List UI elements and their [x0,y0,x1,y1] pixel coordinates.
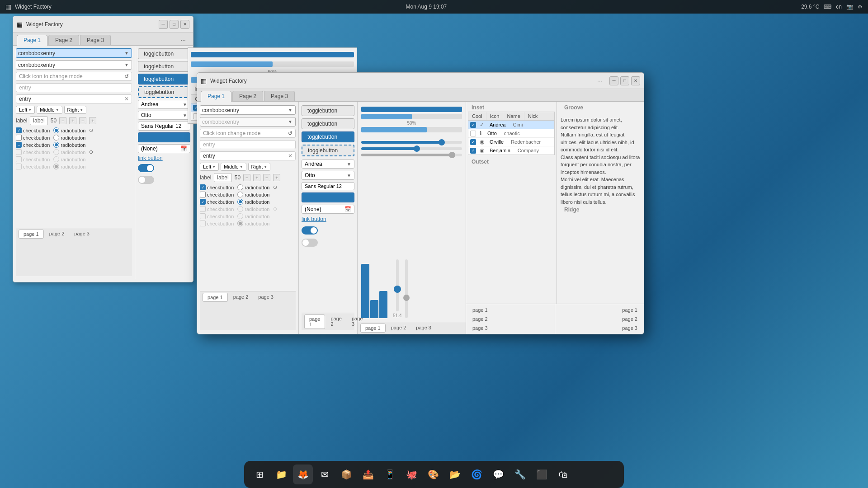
main-spin-plus2[interactable]: + [89,117,96,124]
taskbar-phone-icon[interactable]: 📱 [380,465,400,484]
main-spin-minus[interactable]: − [59,117,66,124]
dialog-toggle-off[interactable] [302,239,318,247]
dialog-spin-plus[interactable]: + [253,174,260,181]
taskbar-mail-icon[interactable]: ✉ [315,465,335,484]
main-align-right[interactable]: Right ▼ [64,106,87,114]
taskbar-grid-icon[interactable]: ⊞ [250,465,269,484]
dialog-radio6[interactable]: radiobutton [237,221,269,226]
main-entry-clear-icon[interactable]: ✕ [124,96,129,102]
main-radio1[interactable]: radiobutton [53,127,85,133]
dialog-tab-page1[interactable]: Page 1 [201,91,231,102]
dialog-center-tab-page3[interactable]: page 3 [468,324,553,332]
main-color-button[interactable] [138,132,190,142]
dialog-toggle-btn2[interactable]: togglebutton [302,118,354,129]
dialog-spin-plus2[interactable]: + [273,174,280,181]
dialog-center-tab-page2[interactable]: page 2 [468,315,553,323]
dialog-slider3[interactable] [361,154,462,156]
main-refresh-icon[interactable]: ↺ [124,73,129,80]
main-page-tab1[interactable]: page 1 [19,230,44,239]
dialog-align-left[interactable]: Left ▼ [200,163,219,171]
dialog-right-tab-page3[interactable]: page 3 [618,324,642,332]
main-entry2[interactable]: entry ✕ [16,94,132,103]
dialog-sliders-tab2[interactable]: page 2 [387,324,411,333]
dialog-check1[interactable]: ✓ checkbutton [200,184,234,190]
dialog-slider1[interactable] [361,141,462,144]
dialog-check4[interactable]: checkbutton [200,206,234,212]
main-toggle-btn3[interactable]: togglebutton [138,74,190,84]
main-toggle-off[interactable] [138,176,154,184]
dialog-check6[interactable]: checkbutton [200,221,234,226]
main-font-row[interactable]: Sans Regular 12 [138,122,190,131]
main-check1[interactable]: ✓ checkbutton [16,127,50,133]
dialog-andrea-combo[interactable]: Andrea ▼ [302,160,354,169]
dialog-vert-slider-track[interactable] [396,259,399,311]
dialog-tab-page2[interactable]: Page 2 [232,91,263,101]
dialog-table-row-2[interactable]: ℹ Otto chaotic [468,129,554,138]
dialog-table-row-1[interactable]: ✓ ✓ Andrea Cimi [468,121,554,129]
main-toggle-btn2[interactable]: togglebutton [138,61,190,72]
main-radio2[interactable]: radiobutton [53,135,85,141]
taskbar-folder2-icon[interactable]: 📂 [445,465,465,484]
dialog-minimize-btn[interactable]: ─ [609,76,618,85]
dialog-entry2[interactable]: entry ✕ [200,151,296,160]
dialog-right-tab-page2[interactable]: page 2 [618,315,642,323]
dialog-entry1[interactable]: entry [200,140,296,149]
main-toggle-on[interactable] [138,164,154,172]
dialog-table-row-3[interactable]: ✓ ◉ Orville Redenbacher [468,138,554,146]
dialog-page-tab1[interactable]: page 1 [203,293,228,302]
main-check6[interactable]: checkbutton [16,164,50,169]
dialog-tab-page3[interactable]: Page 3 [264,91,295,101]
dialog-align-right[interactable]: Right ▼ [248,163,271,171]
main-toggle-btn1[interactable]: togglebutton [138,48,190,59]
main-andrea-combo[interactable]: Andrea ▼ [138,100,190,109]
dialog-font-row[interactable]: Sans Regular 12 [302,182,354,190]
dialog-combo2[interactable]: comboboxentry ▼ [200,117,296,127]
main-tab-page2[interactable]: Page 2 [48,35,79,45]
taskbar-store-icon[interactable]: 🛍 [553,465,573,484]
dialog-check5[interactable]: checkbutton [200,213,234,219]
dialog-spin-minus[interactable]: − [243,174,250,181]
dialog-otto-combo[interactable]: Otto ▼ [302,171,354,180]
dialog-check2[interactable]: checkbutton [200,192,234,197]
taskbar-package-icon[interactable]: 📦 [336,465,356,484]
dialog-link-button[interactable]: link button [302,216,354,222]
dialog-radio1[interactable]: radiobutton [237,184,269,190]
taskbar-chat-icon[interactable]: 💬 [488,465,508,484]
main-combo2-arrow[interactable]: ▼ [123,61,130,68]
dialog-sliders-tab1[interactable]: page 1 [360,324,386,333]
main-check3[interactable]: – checkbutton [16,142,50,148]
dialog-entry-clear-icon[interactable]: ✕ [288,153,292,159]
dialog-more-btn[interactable]: ··· [597,77,602,84]
dialog-vert-slider2-track[interactable] [405,259,408,318]
dialog-toggle-btn3[interactable]: togglebutton [302,131,354,142]
dialog-toggle-tab2[interactable]: page 2 [326,314,346,329]
main-align-middle[interactable]: Middle ▼ [37,106,62,114]
main-radio6[interactable]: radiobutton [53,164,85,169]
dialog-combo1-arrow[interactable]: ▼ [287,107,293,113]
dialog-table-row-4[interactable]: ✓ ◉ Benjamin Company [468,146,554,155]
main-page-tab2[interactable]: page 2 [45,230,69,239]
dialog-combo1[interactable]: comboboxentry ▼ [200,105,296,115]
dialog-combo2-arrow[interactable]: ▼ [287,118,293,125]
dialog-slider2[interactable] [361,147,462,150]
main-maximize-btn[interactable]: □ [170,20,179,29]
main-check2[interactable]: checkbutton [16,135,50,141]
dialog-radio3[interactable]: radiobutton [237,199,269,205]
dialog-color-button[interactable] [302,192,354,202]
dialog-refresh-icon[interactable]: ↺ [288,130,292,136]
dialog-radio4[interactable]: radiobutton [237,206,269,212]
main-align-left[interactable]: Left ▼ [16,106,35,114]
main-combo2[interactable]: comboboxentry ▼ [16,60,132,70]
dialog-spin-minus2[interactable]: − [263,174,270,181]
taskbar-terminal-icon[interactable]: ⬛ [532,465,552,484]
main-tab-more[interactable]: ··· [177,34,189,45]
main-radio3[interactable]: radiobutton [53,142,85,148]
main-spin-minus2[interactable]: − [79,117,86,124]
main-spin-plus[interactable]: + [69,117,76,124]
main-radio5[interactable]: radiobutton [53,156,85,162]
main-tab-page1[interactable]: Page 1 [17,35,47,46]
taskbar-github-icon[interactable]: 🐙 [401,465,421,484]
main-toggle-btn4[interactable]: togglebutton [138,86,190,98]
main-page-tab3[interactable]: page 3 [70,230,94,239]
dialog-sliders-tab3[interactable]: page 3 [411,324,436,333]
